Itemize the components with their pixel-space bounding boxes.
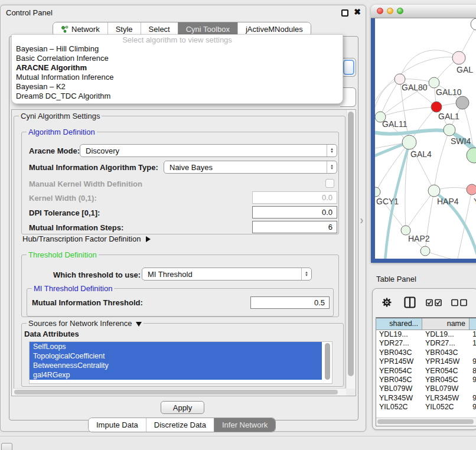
network-edge-gray[interactable]	[434, 130, 449, 191]
network-canvas[interactable]: GALGAL80GAL10GAL1GAL11SWI4GAL4GCY1HAP4YH…	[375, 18, 476, 259]
network-node[interactable]	[452, 51, 465, 64]
algorithm-option[interactable]: ARACNE Algorithm	[12, 63, 343, 73]
column-header-shared[interactable]: shared...	[376, 318, 422, 330]
scrollbar-thumb[interactable]	[377, 419, 474, 424]
manual-kernel-label: Manual Kernel Width Definition	[29, 180, 142, 188]
list-scrollbar-thumb[interactable]	[325, 343, 330, 380]
mi-threshold-input[interactable]	[250, 296, 330, 309]
scrollbar-thumb[interactable]	[348, 112, 354, 376]
algorithm-option[interactable]: Dream8 DC_TDC Algorithm	[12, 92, 343, 101]
which-threshold-label: Which threshold to use:	[53, 270, 141, 279]
algorithm-option[interactable]: Basic Correlation Inference	[12, 54, 343, 63]
table-horizontal-scrollbar[interactable]	[376, 418, 476, 426]
tab-label: Style	[116, 25, 133, 34]
algorithm-option[interactable]: Bayesian – Hill Climbing	[12, 44, 343, 54]
network-edge-gray[interactable]	[400, 50, 459, 79]
network-node[interactable]	[420, 246, 430, 256]
tab-impute-data[interactable]: Impute Data	[89, 418, 146, 432]
network-edge-gray[interactable]	[380, 107, 436, 117]
mi-steps-input[interactable]	[252, 221, 337, 233]
bottom-left-mini-button[interactable]	[1, 443, 12, 450]
table-cell: YDR27...	[376, 339, 422, 348]
data-attribute-item[interactable]: TopologicalCoefficient	[30, 351, 322, 361]
table-row[interactable]: YLR345WYLR345W9.	[376, 394, 476, 403]
network-window-titlebar[interactable]	[371, 5, 476, 18]
table-cell: YIL052C	[422, 403, 470, 412]
data-attribute-item[interactable]: gal4RGexp	[30, 370, 322, 380]
unchecked-checkboxes-icon[interactable]	[451, 299, 468, 306]
hub-definition-expander[interactable]: Hub/Transcription Factor Definition	[22, 234, 151, 243]
table-cell: YBR045C	[376, 376, 422, 384]
data-attribute-item[interactable]: SelfLoops	[30, 342, 322, 351]
split-columns-icon[interactable]	[404, 296, 416, 308]
table-row[interactable]: YBR045CYBR045C9.	[376, 376, 476, 384]
mi-algorithm-type-select[interactable]: Naive Bayes ▲▼	[164, 161, 337, 174]
network-edge-gray[interactable]	[380, 79, 400, 117]
table-row[interactable]: YER054CYER054C8.	[376, 367, 476, 376]
tab-label: Impute Data	[96, 420, 138, 429]
network-node[interactable]	[467, 148, 476, 163]
network-node[interactable]	[429, 77, 439, 88]
table-cell: YDR27...	[422, 339, 470, 348]
close-traffic-light-icon[interactable]	[377, 8, 383, 14]
checked-checkboxes-icon[interactable]	[426, 299, 442, 306]
table-row[interactable]: YBL079WYBL079W	[376, 384, 476, 393]
column-header-name[interactable]: name	[422, 318, 470, 330]
aracne-mode-select[interactable]: Discovery ▲▼	[80, 144, 337, 157]
network-node[interactable]	[471, 18, 476, 30]
tab-label: jActiveMNodules	[246, 25, 303, 34]
network-node[interactable]	[375, 187, 380, 197]
scrollbar-thumb[interactable]	[14, 390, 338, 394]
group-title: Cyni Algorithm Settings	[19, 112, 102, 120]
aracne-mode-value: Discovery	[80, 146, 327, 155]
which-threshold-select[interactable]: MI Threshold ▲▼	[142, 268, 312, 281]
table-cell: 12	[470, 339, 476, 348]
network-node[interactable]	[444, 124, 455, 136]
mi-type-value: Naive Bayes	[164, 163, 327, 172]
network-node[interactable]	[428, 185, 440, 197]
table-cell: 9.	[470, 357, 476, 366]
network-node[interactable]	[431, 102, 442, 112]
algorithm-definition-group: Algorithm Definition Aracne Mode: Discov…	[21, 132, 339, 234]
zoom-traffic-light-icon[interactable]	[397, 8, 403, 14]
collapse-down-icon[interactable]	[136, 322, 142, 327]
apply-button[interactable]: Apply	[161, 401, 204, 414]
data-attributes-label: Data Attributes	[24, 330, 79, 338]
settings-vertical-scrollbar[interactable]	[346, 110, 356, 389]
table-body: YDL19...YDL19...13YDR27...YDR27...12YBR0…	[376, 330, 476, 412]
table-row[interactable]: YDR27...YDR27...12	[376, 339, 476, 348]
tab-infer-network[interactable]: Infer Network	[214, 418, 275, 432]
table-cell: YER054C	[422, 367, 470, 376]
manual-kernel-checkbox[interactable]	[325, 179, 334, 188]
column-header-cut[interactable]	[470, 318, 476, 330]
kernel-width-input[interactable]	[252, 191, 337, 204]
network-edge-gray[interactable]	[406, 191, 434, 230]
table-row[interactable]: YPR145WYPR145W9.	[376, 357, 476, 366]
sources-title: Sources for Network Inference	[28, 319, 132, 328]
table-row[interactable]: YDL19...YDL19...13	[376, 330, 476, 339]
settings-horizontal-scrollbar[interactable]	[12, 388, 346, 396]
network-node[interactable]	[456, 96, 469, 109]
splitter-handle[interactable]: ❯	[360, 218, 364, 223]
network-frame: GALGAL80GAL10GAL1GAL11SWI4GAL4GCY1HAP4YH…	[371, 18, 476, 263]
dpi-tolerance-input[interactable]	[252, 206, 337, 219]
network-node[interactable]	[467, 184, 476, 195]
data-attributes-list[interactable]: SelfLoopsTopologicalCoefficientBetweenne…	[29, 341, 332, 384]
minimize-traffic-light-icon[interactable]	[387, 8, 393, 14]
algorithm-selector-spinner-fragment[interactable]	[343, 58, 356, 77]
network-view-window: GALGAL80GAL10GAL1GAL11SWI4GAL4GCY1HAP4YH…	[371, 5, 476, 263]
float-window-icon[interactable]	[341, 9, 348, 17]
mi-steps-label: Mutual Information Steps:	[29, 223, 123, 232]
gear-icon[interactable]	[381, 296, 393, 308]
data-attribute-item[interactable]: BetweennessCentrality	[30, 361, 322, 370]
network-node[interactable]	[402, 135, 416, 149]
algorithm-option[interactable]: Mutual Information Inference	[12, 73, 343, 82]
algorithm-option[interactable]: Bayesian – K2	[12, 82, 343, 92]
close-window-icon[interactable]: ✖	[354, 7, 361, 17]
which-threshold-value: MI Threshold	[142, 270, 301, 279]
table-cell: YIL052C	[376, 403, 422, 412]
tab-discretize-data[interactable]: Discretize Data	[146, 418, 214, 432]
node-label: HAP4	[437, 197, 459, 206]
table-row[interactable]: YIL052CYIL052C9.	[376, 403, 476, 412]
table-row[interactable]: YBR043CYBR043C	[376, 348, 476, 357]
